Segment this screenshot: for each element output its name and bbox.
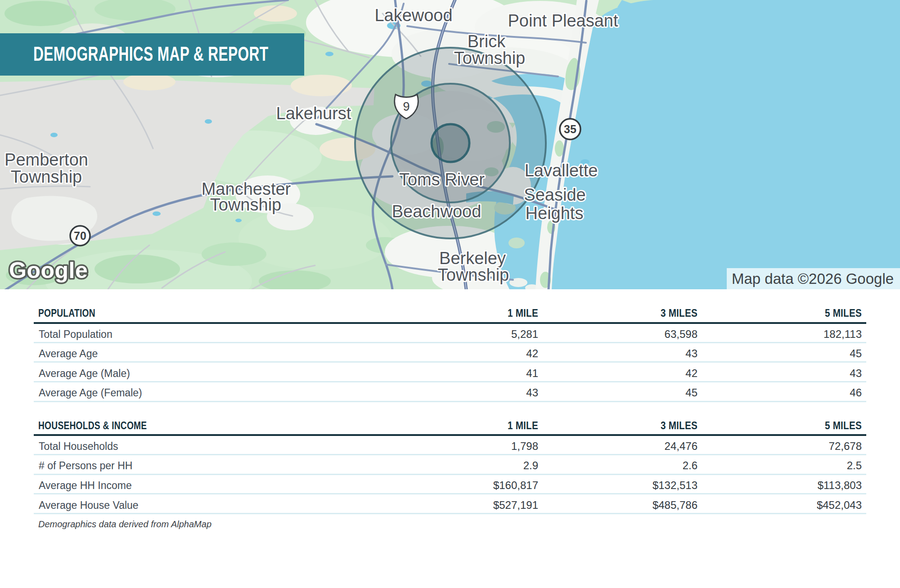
- svg-text:Seaside: Seaside: [524, 185, 585, 204]
- svg-text:Brick: Brick: [468, 32, 506, 51]
- svg-text:70: 70: [74, 229, 86, 242]
- svg-text:Township: Township: [210, 195, 281, 214]
- svg-text:Point Pleasant: Point Pleasant: [508, 11, 618, 30]
- svg-text:Township: Township: [11, 167, 82, 186]
- svg-text:Lavallette: Lavallette: [525, 161, 598, 180]
- svg-text:Lakewood: Lakewood: [374, 6, 452, 25]
- svg-text:Heights: Heights: [526, 204, 584, 223]
- svg-text:Google: Google: [9, 258, 88, 283]
- svg-text:Township: Township: [438, 265, 509, 284]
- svg-text:35: 35: [564, 123, 576, 135]
- svg-text:9: 9: [403, 100, 410, 113]
- svg-text:Toms River: Toms River: [399, 170, 485, 189]
- svg-text:Map data ©2026 Google: Map data ©2026 Google: [732, 270, 894, 287]
- svg-text:Township: Township: [454, 49, 525, 67]
- svg-text:Lakehurst: Lakehurst: [276, 104, 351, 123]
- svg-text:Pemberton: Pemberton: [4, 150, 88, 169]
- svg-text:Beachwood: Beachwood: [392, 202, 482, 221]
- svg-text:Berkeley: Berkeley: [439, 249, 506, 268]
